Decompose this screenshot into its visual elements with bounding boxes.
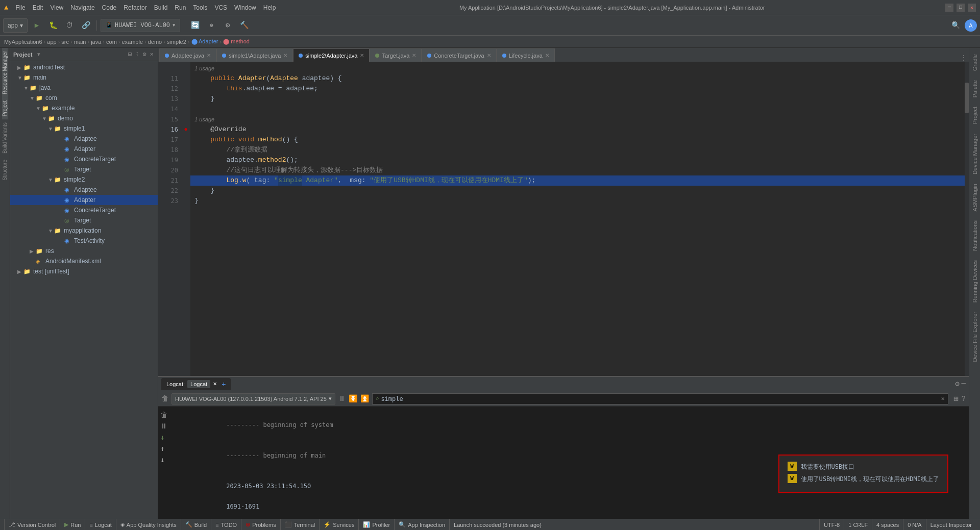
running-devices-toggle[interactable]: Running Devices <box>972 256 978 307</box>
logcat-tab[interactable]: Logcat: Logcat ✕ + <box>161 378 231 390</box>
tree-s2-target[interactable]: ▶ ◎ Target <box>10 215 158 225</box>
status-layout-inspector[interactable]: Layout Inspector <box>926 519 976 531</box>
structure-toggle[interactable]: Structure <box>2 157 8 184</box>
tab-s1-adapter[interactable]: simple1\Adapter.java ✕ <box>216 48 293 62</box>
breadcrumb-simple2[interactable]: simple2 <box>167 39 186 45</box>
code-editor[interactable]: 11 12 13 14 15 16 17 18 19 20 21 22 23 <box>158 62 969 376</box>
logcat-instance-tab[interactable]: Logcat <box>187 380 210 388</box>
status-terminal[interactable]: ⬛ Terminal <box>281 519 320 531</box>
breadcrumb-app[interactable]: app <box>47 39 56 45</box>
tab-target[interactable]: Target.java ✕ <box>370 48 422 62</box>
debug-button[interactable]: 🐛 <box>46 18 60 33</box>
tab-lifecycle[interactable]: Lifecycle.java ✕ <box>497 48 555 62</box>
menu-vcs[interactable]: VCS <box>211 3 230 12</box>
logcat-help-button[interactable]: ? <box>962 395 966 403</box>
project-right-toggle[interactable]: Project <box>972 103 978 128</box>
collapse-all-button[interactable]: ⊟ <box>127 50 133 59</box>
status-indent[interactable]: 4 spaces <box>872 519 903 531</box>
editor-scrollbar-thumb[interactable] <box>965 83 969 113</box>
device-manager-toggle[interactable]: Device Manager <box>972 130 978 179</box>
profile-button[interactable]: ⏱ <box>62 18 77 33</box>
logcat-instance-close[interactable]: ✕ <box>213 381 217 387</box>
menu-code[interactable]: Code <box>99 3 120 12</box>
menu-file[interactable]: File <box>12 3 28 12</box>
gradle-panel-toggle[interactable]: Gradle <box>972 50 978 75</box>
tree-androidtest[interactable]: ▶ 📁 androidTest <box>10 62 158 72</box>
build-variants-toggle[interactable]: Build Variants <box>2 119 8 157</box>
run-config-dropdown[interactable]: app ▾ <box>3 18 28 33</box>
logcat-settings-button[interactable]: ⚙ <box>955 380 959 388</box>
tree-res[interactable]: ▶ 📁 res <box>10 246 158 256</box>
breadcrumb-java[interactable]: java <box>91 39 101 45</box>
tree-testactivity[interactable]: ▶ ◉ TestActivity <box>10 236 158 246</box>
sync-button[interactable]: 🔄 <box>188 18 202 33</box>
settings-icon[interactable]: ⚙ <box>142 50 148 59</box>
build-button[interactable]: 🔨 <box>237 18 251 33</box>
logcat-play-icon[interactable]: ⏸ <box>160 421 167 431</box>
close-button[interactable]: ✕ <box>968 4 976 12</box>
notifications-toggle[interactable]: Notifications <box>972 216 978 255</box>
breadcrumb-com[interactable]: com <box>106 39 117 45</box>
tree-s2-adapter[interactable]: ▶ ◉ Adapter <box>10 195 158 205</box>
tab-close-ct[interactable]: ✕ <box>487 53 491 58</box>
logcat-delete-icon[interactable]: 🗑 <box>160 410 167 420</box>
logcat-download-icon[interactable]: ↓ <box>160 432 167 442</box>
menu-navigate[interactable]: Navigate <box>67 3 97 12</box>
resource-manager-panel-toggle[interactable]: Resource Manager <box>2 48 8 97</box>
tab-close-target[interactable]: ✕ <box>412 53 416 58</box>
status-version-control[interactable]: ⎇ Version Control <box>4 519 60 531</box>
project-panel-toggle[interactable]: Project <box>2 97 8 119</box>
tree-s1-target[interactable]: ▶ ◎ Target <box>10 164 158 174</box>
tab-close-lifecycle[interactable]: ✕ <box>545 53 549 58</box>
run-button[interactable]: ▶ <box>30 18 44 33</box>
tree-s1-adaptee[interactable]: ▶ ◉ Adaptee <box>10 134 158 144</box>
logcat-scroll-up-button[interactable]: ⏫ <box>360 394 369 403</box>
tree-example[interactable]: ▼ 📁 example <box>10 103 158 113</box>
logcat-down-icon[interactable]: ↓ <box>160 455 167 465</box>
menu-help[interactable]: Help <box>260 3 279 12</box>
tree-s2-concretetarget[interactable]: ▶ ◉ ConcreteTarget <box>10 205 158 215</box>
logcat-up-icon[interactable]: ↑ <box>160 443 167 453</box>
menu-run[interactable]: Run <box>172 3 189 12</box>
asmplugin-toggle[interactable]: ASMPlugin <box>972 180 978 215</box>
close-project-panel-button[interactable]: ✕ <box>149 50 155 59</box>
breadcrumb-main[interactable]: main <box>74 39 86 45</box>
status-build[interactable]: 🔨 Build <box>181 519 211 531</box>
tree-s1-concretetarget[interactable]: ▶ ◉ ConcreteTarget <box>10 154 158 164</box>
attach-button[interactable]: 🔗 <box>79 18 93 33</box>
device-file-explorer-toggle[interactable]: Device File Explorer <box>972 308 978 366</box>
tab-s2-adapter[interactable]: simple2\Adapter.java ✕ <box>293 48 370 62</box>
status-app-inspection[interactable]: 🔍 App Inspection <box>395 519 450 531</box>
logcat-minimize-button[interactable]: ─ <box>962 380 966 388</box>
breadcrumb-demo[interactable]: demo <box>148 39 162 45</box>
status-app-quality[interactable]: ◈ App Quality Insights <box>116 519 181 531</box>
breadcrumb-example[interactable]: example <box>121 39 143 45</box>
menu-edit[interactable]: Edit <box>30 3 46 12</box>
status-logcat[interactable]: ≡ Logcat <box>85 519 116 531</box>
user-avatar[interactable]: A <box>965 19 977 32</box>
settings-button[interactable]: ⚙ <box>220 18 235 33</box>
logcat-pause-button[interactable]: ⏸ <box>338 395 346 403</box>
minimize-button[interactable]: ─ <box>945 4 953 12</box>
menu-window[interactable]: Window <box>231 3 259 12</box>
tree-com[interactable]: ▼ 📁 com <box>10 93 158 103</box>
logcat-device-dropdown[interactable]: HUAWEI VOG-AL00 (127.0.0.1:21503) Androi… <box>172 393 335 405</box>
palette-panel-toggle[interactable]: Palette <box>972 76 978 102</box>
menu-tools[interactable]: Tools <box>190 3 210 12</box>
code-content[interactable]: 1 usage public Adapter(Adaptee adaptee) … <box>190 62 969 376</box>
gradle-sync-button[interactable]: ⚙ <box>204 18 218 33</box>
logcat-filter-input[interactable] <box>381 395 939 402</box>
tree-java[interactable]: ▼ 📁 java <box>10 83 158 93</box>
editor-scrollbar[interactable] <box>965 62 969 376</box>
search-button[interactable]: 🔍 <box>948 18 963 33</box>
status-services[interactable]: ⚡ Services <box>320 519 359 531</box>
breadcrumb-method[interactable]: ⬤ method <box>223 38 250 45</box>
status-run[interactable]: ▶ Run <box>60 519 85 531</box>
tree-s2-adaptee[interactable]: ▶ ◉ Adaptee <box>10 185 158 195</box>
logcat-scroll-end-button[interactable]: ⏬ <box>349 394 357 403</box>
status-todo[interactable]: ≡ TODO <box>211 519 241 531</box>
status-problems[interactable]: ⊗ Problems <box>241 519 280 531</box>
tabs-more-button[interactable]: ⋮ <box>961 54 967 62</box>
menu-refactor[interactable]: Refactor <box>120 3 150 12</box>
add-logcat-button[interactable]: + <box>222 380 226 388</box>
